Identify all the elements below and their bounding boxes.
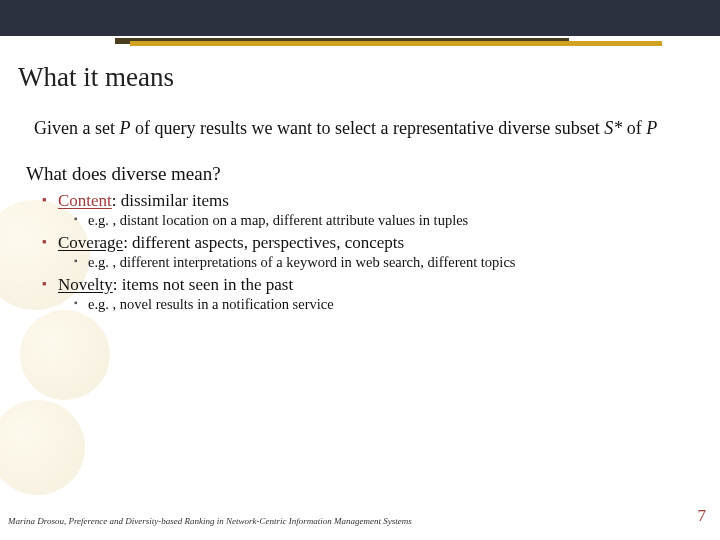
sub-list: e.g. , different interpretations of a ke… [58, 254, 690, 271]
list-item: Novelty: items not seen in the past e.g.… [42, 275, 690, 313]
sub-list: e.g. , distant location on a map, differ… [58, 212, 690, 229]
accent-lines [0, 36, 720, 46]
term-novelty: Novelty [58, 275, 113, 294]
subheading: What does diverse mean? [26, 163, 690, 185]
intro-var-p2: P [646, 118, 657, 138]
sub-item: e.g. , different interpretations of a ke… [74, 254, 690, 271]
sub-list: e.g. , novel results in a notification s… [58, 296, 690, 313]
slide-content: Given a set P of query results we want t… [0, 97, 720, 313]
slide-title: What it means [0, 46, 720, 97]
page-number: 7 [698, 506, 707, 526]
list-item: Content: dissimilar items e.g. , distant… [42, 191, 690, 229]
term-rest: : different aspects, perspectives, conce… [123, 233, 404, 252]
intro-var-p: P [119, 118, 130, 138]
footer-citation: Marina Drosou, Preference and Diversity-… [8, 516, 412, 526]
term-content: Content [58, 191, 112, 210]
bullet-list: Content: dissimilar items e.g. , distant… [34, 191, 690, 313]
intro-var-s: S* [604, 118, 622, 138]
footer: Marina Drosou, Preference and Diversity-… [8, 506, 706, 526]
intro-text: Given a set [34, 118, 119, 138]
sub-item: e.g. , distant location on a map, differ… [74, 212, 690, 229]
sub-item: e.g. , novel results in a notification s… [74, 296, 690, 313]
header-bar [0, 0, 720, 36]
term-coverage: Coverage [58, 233, 123, 252]
term-rest: : dissimilar items [112, 191, 229, 210]
intro-text: of [622, 118, 646, 138]
term-rest: : items not seen in the past [113, 275, 293, 294]
list-item: Coverage: different aspects, perspective… [42, 233, 690, 271]
intro-text: of query results we want to select a rep… [130, 118, 604, 138]
intro-paragraph: Given a set P of query results we want t… [34, 117, 690, 141]
